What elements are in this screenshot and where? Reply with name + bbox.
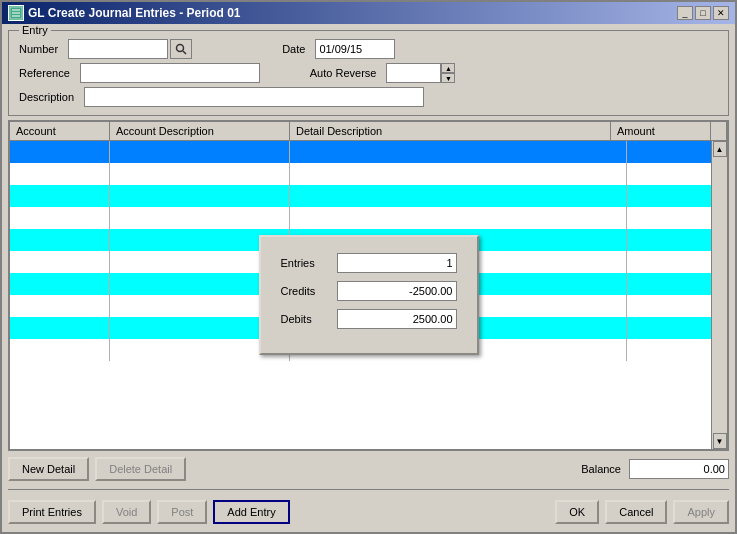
ok-button[interactable]: OK — [555, 500, 599, 524]
entry-group-label: Entry — [19, 24, 51, 36]
auto-reverse-label: Auto Reverse — [310, 67, 377, 79]
table-row[interactable] — [10, 141, 727, 163]
cancel-button[interactable]: Cancel — [605, 500, 667, 524]
void-button[interactable]: Void — [102, 500, 151, 524]
cell-detail-desc — [290, 207, 627, 229]
table-body: ▲ ▼ Entries Credits Debits — [10, 141, 727, 449]
col-account: Account — [10, 122, 110, 140]
print-entries-button[interactable]: Print Entries — [8, 500, 96, 524]
auto-reverse-input[interactable] — [386, 63, 441, 83]
svg-point-4 — [177, 45, 184, 52]
table-row[interactable] — [10, 163, 727, 185]
bottom-buttons: Print Entries Void Post Add Entry OK Can… — [8, 496, 729, 526]
delete-detail-button[interactable]: Delete Detail — [95, 457, 186, 481]
table-header: Account Account Description Detail Descr… — [10, 122, 727, 141]
cell-account — [10, 295, 110, 317]
scroll-down-arrow[interactable]: ▼ — [713, 433, 727, 449]
cell-detail-desc — [290, 141, 627, 163]
number-input[interactable] — [68, 39, 168, 59]
popup-entries-row: Entries — [281, 253, 457, 273]
balance-section: Balance — [581, 457, 729, 481]
maximize-button[interactable]: □ — [695, 6, 711, 20]
middle-bottom-section: New Detail Delete Detail Balance — [8, 455, 729, 483]
popup-debits-row: Debits — [281, 309, 457, 329]
divider — [8, 489, 729, 490]
add-entry-button[interactable]: Add Entry — [213, 500, 289, 524]
spinner-down[interactable]: ▼ — [441, 73, 455, 83]
window-title: GL Create Journal Entries - Period 01 — [28, 6, 241, 20]
scroll-up-arrow[interactable]: ▲ — [713, 141, 727, 157]
minimize-button[interactable]: _ — [677, 6, 693, 20]
cell-account — [10, 163, 110, 185]
popup-entries-label: Entries — [281, 257, 337, 269]
cell-account — [10, 273, 110, 295]
col-scroll-placeholder — [711, 122, 727, 140]
table-row[interactable] — [10, 185, 727, 207]
cell-detail-desc — [290, 163, 627, 185]
summary-popup: Entries Credits Debits — [259, 235, 479, 355]
main-window: GL Create Journal Entries - Period 01 _ … — [0, 0, 737, 534]
entry-row3: Description — [19, 87, 718, 107]
popup-credits-row: Credits — [281, 281, 457, 301]
entry-row2: Reference Auto Reverse ▲ ▼ — [19, 63, 718, 83]
scroll-track[interactable] — [713, 157, 727, 433]
apply-button[interactable]: Apply — [673, 500, 729, 524]
window-controls: _ □ ✕ — [677, 6, 729, 20]
popup-debits-label: Debits — [281, 313, 337, 325]
svg-line-5 — [183, 51, 186, 54]
description-label: Description — [19, 91, 74, 103]
cell-account-desc — [110, 207, 290, 229]
table-scrollbar[interactable]: ▲ ▼ — [711, 141, 727, 449]
reference-label: Reference — [19, 67, 70, 79]
post-button[interactable]: Post — [157, 500, 207, 524]
title-bar-left: GL Create Journal Entries - Period 01 — [8, 5, 241, 21]
cell-account-desc — [110, 141, 290, 163]
reference-input[interactable] — [80, 63, 260, 83]
cell-account-desc — [110, 163, 290, 185]
entry-row1: Number Date — [19, 39, 718, 59]
number-label: Number — [19, 43, 58, 55]
col-account-desc: Account Description — [110, 122, 290, 140]
date-input[interactable] — [315, 39, 395, 59]
balance-value — [629, 459, 729, 479]
spinner-up[interactable]: ▲ — [441, 63, 455, 73]
close-button[interactable]: ✕ — [713, 6, 729, 20]
title-bar: GL Create Journal Entries - Period 01 _ … — [2, 2, 735, 24]
cell-account-desc — [110, 185, 290, 207]
cell-detail-desc — [290, 185, 627, 207]
date-label: Date — [282, 43, 305, 55]
balance-label: Balance — [581, 463, 621, 475]
cell-account — [10, 141, 110, 163]
popup-debits-value — [337, 309, 457, 329]
popup-credits-value — [337, 281, 457, 301]
popup-credits-label: Credits — [281, 285, 337, 297]
table-row[interactable] — [10, 207, 727, 229]
col-amount: Amount — [611, 122, 711, 140]
popup-entries-value — [337, 253, 457, 273]
cell-account — [10, 229, 110, 251]
app-icon — [8, 5, 24, 21]
table-area: Account Account Description Detail Descr… — [8, 120, 729, 451]
window-body: Entry Number Date — [2, 24, 735, 532]
cell-account — [10, 185, 110, 207]
detail-buttons: New Detail Delete Detail — [8, 455, 186, 483]
cell-account — [10, 317, 110, 339]
number-search-button[interactable] — [170, 39, 192, 59]
cell-account — [10, 207, 110, 229]
auto-reverse-row: ▲ ▼ — [386, 63, 455, 83]
auto-reverse-spinner: ▲ ▼ — [441, 63, 455, 83]
description-input[interactable] — [84, 87, 424, 107]
number-row — [68, 39, 192, 59]
cell-account — [10, 251, 110, 273]
entry-group: Entry Number Date — [8, 30, 729, 116]
new-detail-button[interactable]: New Detail — [8, 457, 89, 481]
cell-account — [10, 339, 110, 361]
col-detail-desc: Detail Description — [290, 122, 611, 140]
